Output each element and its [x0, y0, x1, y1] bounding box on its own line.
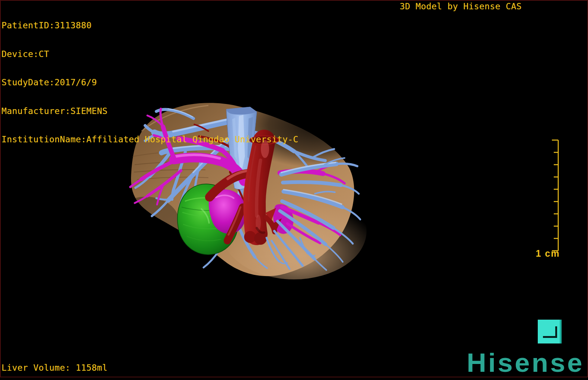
corner-orientation-icon[interactable] — [538, 320, 562, 343]
patient-id-line: PatientID:3113880 — [1, 21, 298, 31]
manufacturer-line: Manufacturer:SIEMENS — [1, 107, 298, 116]
institution-name-line: InstitutionName:Affiliated Hospital Qing… — [1, 135, 298, 145]
scale-label: 1 cm — [535, 248, 561, 259]
patient-info-overlay: PatientID:3113880 Device:CT StudyDate:20… — [1, 2, 298, 154]
hisense-logo: Hisense — [467, 348, 584, 378]
corner-bracket-icon — [543, 326, 557, 338]
model-title: 3D Model by Hisense CAS — [400, 2, 522, 12]
scale-ruler — [539, 137, 565, 256]
liver-volume-readout: Liver Volume: 1158ml — [1, 363, 108, 373]
scale-ruler-marks — [552, 140, 558, 251]
study-date-line: StudyDate:2017/6/9 — [1, 78, 298, 88]
device-line: Device:CT — [1, 50, 298, 59]
